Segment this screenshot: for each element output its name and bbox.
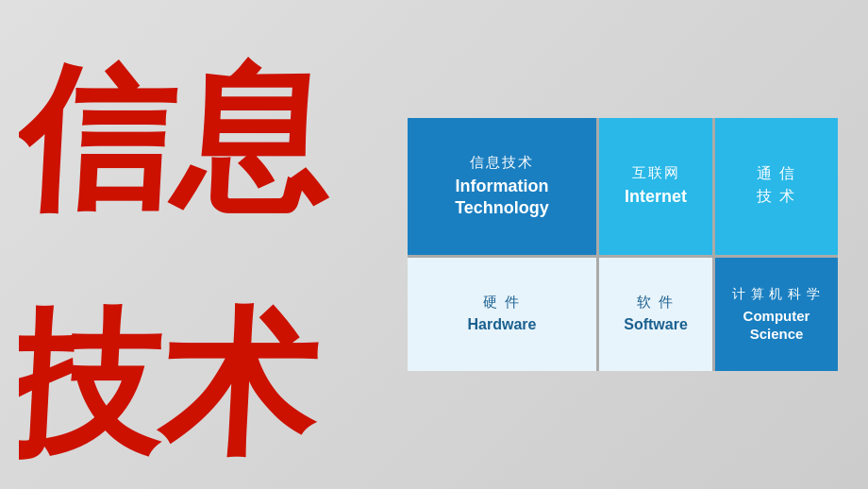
right-section: 信息技术 Information Technology 互联网 Internet… (396, 0, 868, 489)
cell-internet-cn: 互联网 (632, 164, 680, 182)
cell-cs-en: Computer Science (725, 307, 828, 344)
svg-text:息: 息 (166, 54, 337, 227)
svg-text:信: 信 (19, 54, 179, 227)
cell-telecom: 通 信技 术 (715, 118, 838, 255)
cell-software: 软 件 Software (599, 258, 712, 371)
cell-software-en: Software (624, 315, 688, 335)
cell-cs-cn: 计 算 机 科 学 (732, 286, 822, 303)
cell-hardware: 硬 件 Hardware (408, 258, 596, 371)
cell-telecom-cn: 通 信技 术 (757, 162, 796, 208)
calligraphy-svg: 信 息 技 术 (19, 27, 340, 462)
cell-computer-science: 计 算 机 科 学 Computer Science (715, 258, 838, 371)
info-grid: 信息技术 Information Technology 互联网 Internet… (408, 118, 838, 371)
left-section: 信 息 技 术 (0, 0, 359, 489)
cell-software-cn: 软 件 (637, 294, 675, 312)
cell-main-en: Information Technology (455, 176, 549, 220)
cell-hardware-cn: 硬 件 (483, 294, 521, 312)
cell-internet: 互联网 Internet (599, 118, 712, 255)
cell-main-cn: 信息技术 (470, 154, 534, 172)
cell-information-technology: 信息技术 Information Technology (408, 118, 596, 255)
cell-hardware-en: Hardware (468, 315, 537, 335)
svg-text:技: 技 (19, 299, 171, 462)
svg-text:术: 术 (154, 299, 324, 462)
cell-internet-en: Internet (625, 186, 687, 208)
